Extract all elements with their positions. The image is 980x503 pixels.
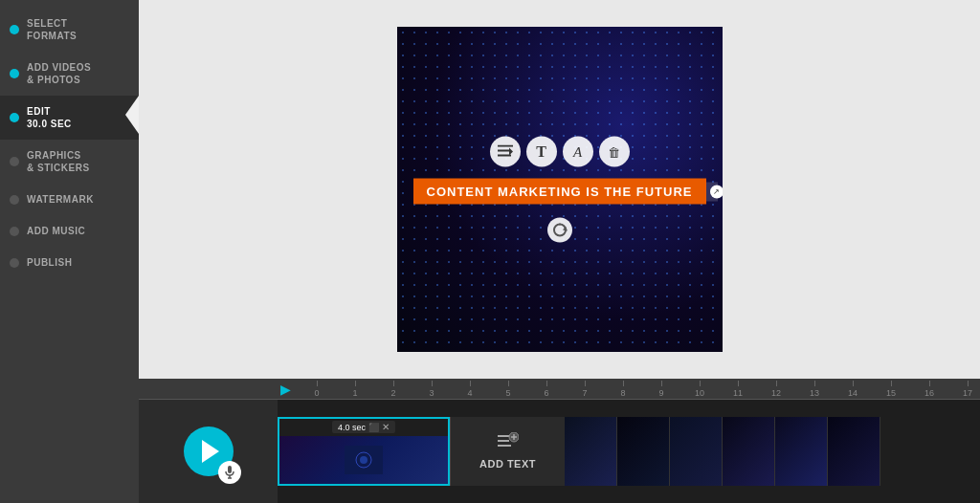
sidebar-item-add-videos[interactable]: ADD VIDEOS & PHOTOS bbox=[0, 52, 139, 96]
font-button[interactable]: A bbox=[563, 137, 593, 167]
extra-clip-6 bbox=[828, 417, 880, 486]
extra-clip-3 bbox=[670, 417, 723, 486]
sidebar-label-add-music: ADD MUSIC bbox=[27, 225, 85, 237]
ruler-mark-14: 14 bbox=[834, 381, 872, 398]
sidebar-item-select-formats[interactable]: SELECT FORMATS bbox=[0, 8, 139, 52]
canvas-preview: T A 🗑 CONTENT MARKETING IS THE FUTURE bbox=[397, 27, 723, 352]
svg-rect-2 bbox=[498, 155, 511, 157]
svg-rect-10 bbox=[448, 436, 450, 465]
sidebar-dot bbox=[10, 157, 19, 166]
text-toolbar: T A 🗑 bbox=[490, 137, 630, 167]
sidebar-label-watermark: WATERMARK bbox=[27, 193, 94, 206]
sidebar: SELECT FORMATS ADD VIDEOS & PHOTOS EDIT … bbox=[0, 0, 139, 503]
font-icon: A bbox=[573, 143, 582, 160]
delete-button[interactable]: 🗑 bbox=[599, 137, 630, 167]
svg-rect-4 bbox=[228, 466, 232, 473]
svg-rect-17 bbox=[498, 445, 511, 447]
sidebar-label-publish: PUBLISH bbox=[27, 256, 72, 269]
rotate-icon bbox=[552, 223, 568, 238]
ruler-mark-11: 11 bbox=[719, 381, 757, 398]
sidebar-label-graphics: GRAPHICS & STICKERS bbox=[27, 149, 90, 174]
add-text-label: ADD TEXT bbox=[479, 457, 536, 470]
extra-clip-4 bbox=[723, 417, 775, 486]
clip-label: 4.0 sec ⬛ ✕ bbox=[332, 421, 395, 433]
sidebar-item-graphics[interactable]: GRAPHICS & STICKERS bbox=[0, 140, 139, 184]
sidebar-dot bbox=[10, 69, 19, 78]
add-text-icon bbox=[498, 432, 519, 453]
svg-rect-0 bbox=[498, 145, 513, 147]
timeline-track-area: 4.0 sec ⬛ ✕ bbox=[278, 400, 980, 503]
extra-clip-5 bbox=[775, 417, 828, 486]
align-button[interactable] bbox=[490, 137, 521, 167]
ruler-mark-12: 12 bbox=[757, 381, 795, 398]
add-text-button[interactable]: ADD TEXT bbox=[450, 417, 565, 486]
svg-rect-16 bbox=[498, 440, 509, 442]
more-clips bbox=[565, 417, 880, 486]
ruler-mark-5: 5 bbox=[489, 381, 527, 398]
sidebar-item-edit[interactable]: EDIT 30.0 sec bbox=[0, 96, 139, 140]
text-size-button[interactable]: T bbox=[526, 137, 557, 167]
svg-point-9 bbox=[360, 456, 368, 464]
ruler-mark-13: 13 bbox=[795, 381, 834, 398]
sidebar-dot bbox=[10, 195, 19, 205]
align-icon bbox=[498, 145, 513, 159]
clip-thumb-1 bbox=[279, 436, 448, 484]
sidebar-dot-active bbox=[10, 113, 19, 122]
text-banner[interactable]: CONTENT MARKETING IS THE FUTURE bbox=[413, 179, 706, 205]
text-size-icon: T bbox=[536, 143, 546, 161]
ruler-mark-8: 8 bbox=[604, 381, 642, 398]
ruler-mark-17: 17 bbox=[948, 381, 980, 398]
ruler-mark-10: 10 bbox=[680, 381, 719, 398]
timeline-left-controls bbox=[139, 400, 278, 503]
ruler-mark-9: 9 bbox=[642, 381, 680, 398]
extra-clip-1 bbox=[565, 417, 617, 486]
clip-thumb-2 bbox=[448, 436, 450, 486]
text-banner-wrapper: CONTENT MARKETING IS THE FUTURE ↗ bbox=[413, 179, 706, 205]
sidebar-dot bbox=[10, 227, 19, 236]
extra-clip-2 bbox=[617, 417, 670, 486]
sidebar-label-add-videos: ADD VIDEOS & PHOTOS bbox=[27, 61, 91, 86]
sidebar-label-edit: EDIT 30.0 sec bbox=[27, 105, 72, 130]
sidebar-item-watermark[interactable]: WATERMARK bbox=[0, 184, 139, 215]
delete-icon: 🗑 bbox=[608, 144, 620, 159]
mic-button[interactable] bbox=[218, 461, 241, 484]
play-button-container bbox=[184, 426, 234, 476]
mic-icon bbox=[225, 466, 234, 479]
timeline-tracks: 4.0 sec ⬛ ✕ bbox=[139, 400, 980, 503]
sidebar-dot bbox=[10, 25, 19, 34]
clip-screen-icon: ⬛ bbox=[368, 423, 379, 432]
timeline-ruler: ▶ 0 1 2 3 4 5 6 7 8 9 10 11 12 13 14 bbox=[139, 379, 980, 400]
resize-handle[interactable]: ↗ bbox=[710, 185, 723, 198]
clip-duration: 4.0 sec bbox=[338, 423, 366, 432]
ruler-mark-3: 3 bbox=[412, 381, 451, 398]
ruler-mark-6: 6 bbox=[527, 381, 566, 398]
svg-rect-1 bbox=[498, 150, 509, 152]
rotate-handle[interactable] bbox=[547, 218, 572, 243]
sidebar-label-select-formats: SELECT FORMATS bbox=[27, 17, 77, 42]
sidebar-item-publish[interactable]: PUBLISH bbox=[0, 247, 139, 278]
sidebar-item-add-music[interactable]: ADD MUSIC bbox=[0, 215, 139, 247]
ruler-mark-15: 15 bbox=[872, 381, 910, 398]
thumb-face-svg bbox=[448, 436, 450, 465]
ruler-mark-16: 16 bbox=[910, 381, 948, 398]
ruler-mark-2: 2 bbox=[374, 381, 412, 398]
ruler-mark-7: 7 bbox=[566, 381, 604, 398]
ruler-mark-1: 1 bbox=[336, 381, 374, 398]
canvas-area: T A 🗑 CONTENT MARKETING IS THE FUTURE bbox=[139, 0, 980, 379]
thumb-tech-svg bbox=[345, 446, 383, 474]
text-overlay[interactable]: T A 🗑 CONTENT MARKETING IS THE FUTURE bbox=[413, 137, 706, 243]
ruler-mark-4: 4 bbox=[451, 381, 489, 398]
svg-marker-3 bbox=[563, 227, 568, 231]
timeline-section: ▶ 0 1 2 3 4 5 6 7 8 9 10 11 12 13 14 bbox=[139, 379, 980, 503]
sidebar-dot bbox=[10, 258, 19, 268]
video-clip[interactable]: 4.0 sec ⬛ ✕ bbox=[278, 417, 450, 486]
ruler-mark-0: 0 bbox=[298, 381, 336, 398]
clip-close-button[interactable]: ✕ bbox=[382, 422, 390, 432]
main-layout: SELECT FORMATS ADD VIDEOS & PHOTOS EDIT … bbox=[0, 0, 980, 503]
content-area: T A 🗑 CONTENT MARKETING IS THE FUTURE bbox=[139, 0, 980, 503]
ruler-marks: 0 1 2 3 4 5 6 7 8 9 10 11 12 13 14 15 16 bbox=[280, 381, 980, 398]
banner-text: CONTENT MARKETING IS THE FUTURE bbox=[427, 185, 693, 199]
clip-container: 4.0 sec ⬛ ✕ bbox=[278, 417, 880, 486]
ruler-play-icon[interactable]: ▶ bbox=[280, 382, 291, 397]
